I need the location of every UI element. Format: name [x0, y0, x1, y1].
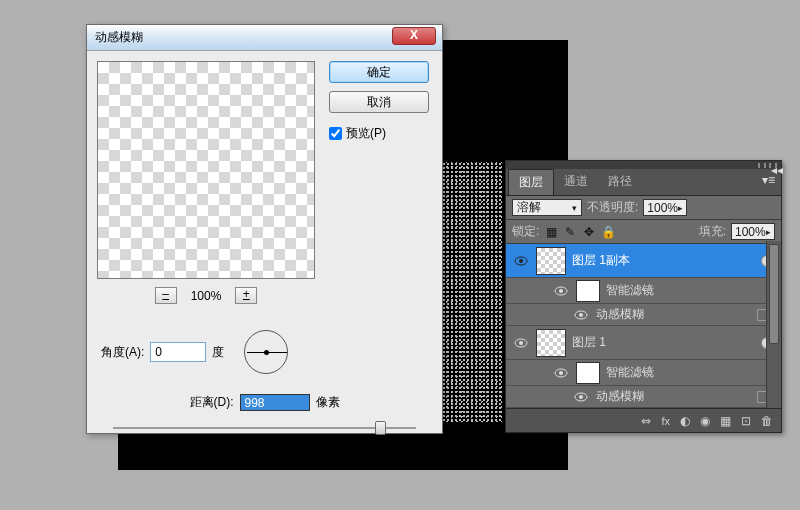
panel-tabs: 图层 通道 路径 ▾≡	[506, 169, 781, 196]
mask-thumbnail[interactable]	[576, 362, 600, 384]
preview-label: 预览(P)	[346, 125, 386, 142]
dialog-title: 动感模糊	[95, 29, 143, 46]
visibility-toggle[interactable]	[506, 256, 536, 266]
svg-point-7	[519, 341, 523, 345]
panel-grip[interactable]: ◂◂	[506, 161, 781, 169]
smart-filters-label: 智能滤镜	[606, 364, 781, 381]
distance-input[interactable]	[240, 394, 310, 411]
fill-label: 填充:	[699, 223, 726, 240]
panel-footer: ⇔ fx ◐ ◉ ▦ ⊡ 🗑	[506, 408, 781, 432]
trash-icon[interactable]: 🗑	[761, 414, 773, 428]
visibility-toggle[interactable]	[572, 310, 590, 320]
group-icon[interactable]: ▦	[720, 414, 731, 428]
fill-input[interactable]: 100%▸	[731, 223, 775, 240]
visibility-toggle[interactable]	[546, 368, 576, 378]
canvas-noise	[442, 162, 502, 422]
distance-slider[interactable]	[113, 419, 416, 437]
layer-row[interactable]: 图层 1	[506, 326, 781, 360]
distance-label: 距离(D):	[190, 394, 234, 411]
mask-icon[interactable]: ◐	[680, 414, 690, 428]
visibility-toggle[interactable]	[506, 338, 536, 348]
lock-all-icon[interactable]: 🔒	[601, 225, 615, 239]
filter-row[interactable]: 动感模糊	[506, 304, 781, 326]
zoom-out-button[interactable]: –	[155, 287, 177, 304]
visibility-toggle[interactable]	[572, 392, 590, 402]
layer-row[interactable]: 智能滤镜	[506, 278, 781, 304]
panel-scrollbar[interactable]	[766, 241, 781, 408]
layer-name[interactable]: 图层 1副本	[572, 252, 761, 269]
lock-label: 锁定:	[512, 223, 539, 240]
layer-thumbnail[interactable]	[536, 329, 566, 357]
svg-point-5	[579, 313, 583, 317]
svg-point-1	[519, 259, 523, 263]
layer-thumbnail[interactable]	[536, 247, 566, 275]
close-button[interactable]: X	[392, 27, 436, 45]
opacity-label: 不透明度:	[587, 199, 638, 216]
dialog-titlebar[interactable]: 动感模糊 X	[87, 25, 442, 51]
zoom-value: 100%	[191, 289, 222, 303]
preview-checkbox-row[interactable]: 预览(P)	[329, 125, 429, 142]
angle-label: 角度(A):	[101, 344, 144, 361]
fx-icon[interactable]: fx	[661, 415, 670, 427]
motion-blur-dialog: 动感模糊 X – 100% + 确定 取消 预览(P) 角度(A): 度	[86, 24, 443, 434]
lock-transparency-icon[interactable]: ▦	[544, 225, 558, 239]
adjustment-icon[interactable]: ◉	[700, 414, 710, 428]
tab-channels[interactable]: 通道	[554, 169, 598, 195]
angle-input[interactable]	[150, 342, 206, 362]
preview-checkbox[interactable]	[329, 127, 342, 140]
cancel-button[interactable]: 取消	[329, 91, 429, 113]
new-layer-icon[interactable]: ⊡	[741, 414, 751, 428]
filter-name: 动感模糊	[596, 306, 644, 323]
panel-menu-icon[interactable]: ▾≡	[756, 169, 781, 195]
layer-list: 图层 1副本 智能滤镜 动感模糊 图层 1 智能滤镜 动感模糊	[506, 244, 781, 408]
collapse-icon[interactable]: ◂◂	[769, 163, 777, 168]
angle-dial[interactable]	[244, 330, 288, 374]
filter-name: 动感模糊	[596, 388, 644, 405]
zoom-in-button[interactable]: +	[235, 287, 257, 304]
link-layers-icon[interactable]: ⇔	[641, 414, 651, 428]
visibility-toggle[interactable]	[546, 286, 576, 296]
blend-mode-select[interactable]: 溶解▾	[512, 199, 582, 216]
layer-row[interactable]: 智能滤镜	[506, 360, 781, 386]
tab-paths[interactable]: 路径	[598, 169, 642, 195]
preview-area[interactable]	[97, 61, 315, 279]
angle-unit: 度	[212, 344, 224, 361]
distance-unit: 像素	[316, 394, 340, 411]
lock-icons: ▦ ✎ ✥ 🔒	[544, 225, 615, 239]
filter-row[interactable]: 动感模糊	[506, 386, 781, 408]
smart-filters-label: 智能滤镜	[606, 282, 781, 299]
ok-button[interactable]: 确定	[329, 61, 429, 83]
layer-name[interactable]: 图层 1	[572, 334, 761, 351]
opacity-input[interactable]: 100%▸	[643, 199, 687, 216]
layers-panel: ◂◂ 图层 通道 路径 ▾≡ 溶解▾ 不透明度: 100%▸ 锁定: ▦ ✎ ✥…	[505, 160, 782, 433]
svg-point-3	[559, 289, 563, 293]
svg-point-11	[579, 395, 583, 399]
tab-layers[interactable]: 图层	[508, 169, 554, 195]
layer-row[interactable]: 图层 1副本	[506, 244, 781, 278]
lock-paint-icon[interactable]: ✎	[563, 225, 577, 239]
svg-point-9	[559, 371, 563, 375]
mask-thumbnail[interactable]	[576, 280, 600, 302]
lock-move-icon[interactable]: ✥	[582, 225, 596, 239]
